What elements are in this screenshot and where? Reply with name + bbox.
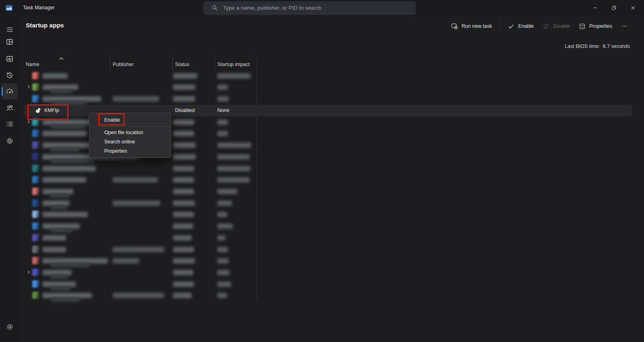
redacted-name [43, 247, 66, 252]
redacted-name [43, 282, 76, 287]
sidebar-item-startup-apps[interactable] [2, 83, 18, 99]
redacted-status [173, 143, 196, 148]
window-title: Task Manager [23, 5, 55, 10]
redacted-status [173, 85, 195, 90]
startup-app-row-redacted[interactable] [24, 232, 632, 244]
context-menu-item-open-file-location[interactable]: Open file location [89, 128, 171, 137]
window-controls [586, 0, 642, 15]
redacted-status [173, 258, 195, 263]
app-icon-redacted [32, 95, 39, 102]
redacted-status [173, 154, 196, 160]
startup-app-row-redacted[interactable] [24, 186, 632, 197]
app-history-icon [6, 71, 14, 79]
search-icon [212, 5, 218, 11]
redacted-startup-impact [217, 212, 227, 217]
redacted-status [173, 270, 193, 275]
titlebar: Task Manager [0, 0, 644, 15]
app-icon-redacted [32, 246, 39, 253]
redacted-publisher [113, 177, 158, 182]
startup-app-row-redacted[interactable] [24, 267, 632, 278]
app-icon-redacted [32, 234, 39, 241]
redacted-startup-impact [217, 73, 250, 79]
redacted-startup-impact [217, 235, 225, 240]
startup-app-row-redacted[interactable] [24, 255, 632, 267]
close-button[interactable] [623, 0, 642, 15]
app-icon-redacted [32, 199, 39, 207]
sidebar-item-performance[interactable] [2, 51, 18, 67]
startup-app-row-redacted[interactable] [24, 220, 632, 232]
app-icon-redacted [32, 153, 39, 160]
startup-app-row-redacted[interactable] [24, 93, 632, 105]
kmftp-app-icon [35, 107, 42, 114]
redacted-startup-impact [217, 270, 229, 275]
redacted-startup-impact [217, 247, 228, 252]
startup-app-row-redacted[interactable] [24, 81, 632, 93]
startup-app-row-redacted[interactable] [24, 70, 632, 82]
redacted-status [173, 73, 197, 79]
redacted-startup-impact [217, 177, 250, 182]
redacted-publisher [113, 247, 164, 252]
redacted-publisher [113, 258, 139, 263]
redacted-startup-impact [217, 201, 232, 206]
users-icon [6, 104, 14, 112]
startup-app-row-redacted[interactable] [24, 163, 632, 174]
redacted-startup-impact [217, 131, 228, 136]
processes-icon [6, 38, 14, 46]
startup-apps-icon [6, 87, 14, 95]
context-menu-item-search-online[interactable]: Search online [89, 137, 171, 146]
app-icon-redacted [32, 118, 39, 126]
sidebar-item-services[interactable] [2, 133, 18, 149]
app-startup-impact: None [217, 108, 229, 113]
app-icon-redacted [32, 222, 39, 230]
app-icon-redacted [32, 280, 39, 288]
settings-icon [6, 323, 14, 331]
redacted-name [43, 73, 68, 79]
redacted-status [173, 235, 192, 240]
sidebar-item-users[interactable] [2, 100, 18, 116]
redacted-name [43, 201, 69, 206]
task-manager-logo-icon [5, 4, 13, 12]
context-menu: EnableOpen file locationSearch onlinePro… [89, 113, 171, 158]
redacted-name [43, 270, 72, 275]
restore-button[interactable] [605, 0, 623, 15]
app-icon-redacted [32, 72, 39, 79]
redacted-status [173, 177, 194, 182]
redacted-status [173, 131, 194, 136]
redacted-status [173, 212, 194, 217]
startup-app-row-redacted[interactable] [24, 290, 632, 301]
minimize-button[interactable] [586, 0, 605, 15]
sidebar-item-settings[interactable] [2, 319, 18, 335]
expand-chevron-icon[interactable] [26, 84, 31, 89]
context-menu-item-enable[interactable]: Enable [89, 114, 171, 126]
search-bar[interactable] [203, 1, 416, 15]
redacted-name [43, 189, 73, 194]
expand-chevron-icon[interactable] [26, 119, 31, 124]
redacted-publisher [113, 293, 164, 298]
redacted-publisher [113, 201, 160, 206]
app-icon-redacted [32, 141, 39, 149]
sidebar-item-app-history[interactable] [2, 67, 18, 83]
redacted-startup-impact [217, 189, 237, 194]
app-icon-redacted [32, 292, 39, 299]
startup-app-row-redacted[interactable] [24, 244, 632, 255]
search-input[interactable] [223, 5, 416, 11]
redacted-status [173, 247, 194, 252]
app-icon-redacted [32, 83, 39, 91]
main-content: Startup apps Run new task Enable Disable… [19, 15, 644, 342]
app-icon-redacted [32, 211, 39, 218]
redacted-startup-impact [217, 258, 229, 263]
details-icon [6, 120, 14, 128]
startup-app-row-redacted[interactable] [24, 174, 632, 186]
redacted-startup-impact [217, 120, 228, 125]
redacted-publisher [113, 96, 159, 102]
sidebar-item-details[interactable] [2, 116, 18, 132]
redacted-status [173, 189, 194, 194]
expand-chevron-icon[interactable] [26, 269, 31, 275]
startup-app-row-redacted[interactable] [24, 197, 632, 209]
redacted-startup-impact [217, 166, 250, 171]
startup-app-row-redacted[interactable] [24, 209, 632, 220]
context-menu-item-properties[interactable]: Properties [89, 146, 171, 155]
sidebar-item-processes[interactable] [2, 34, 18, 50]
startup-app-row-redacted[interactable] [24, 278, 632, 290]
app-icon-redacted [32, 257, 39, 264]
